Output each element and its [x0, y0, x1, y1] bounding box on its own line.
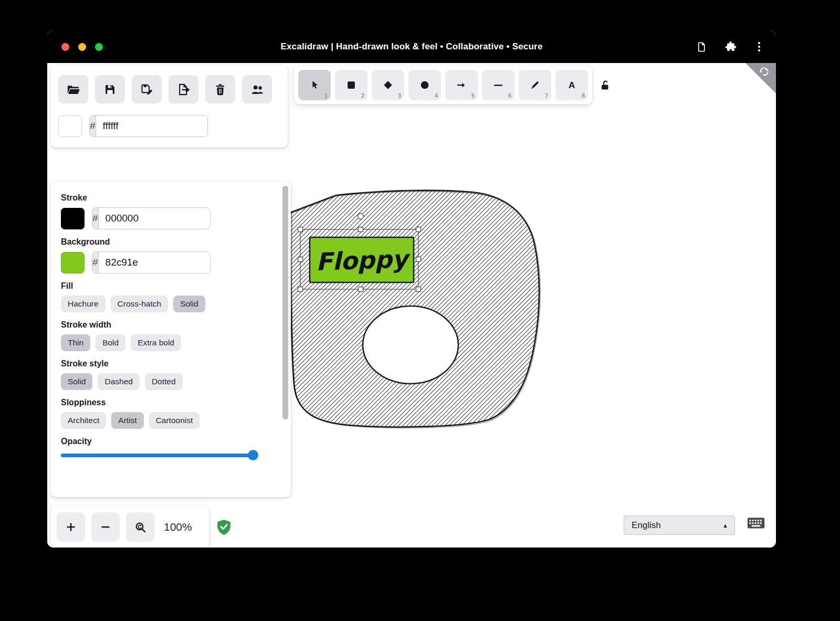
save-icon — [103, 82, 117, 97]
properties-panel: Stroke # Background # Fill Hachure Cros — [50, 182, 291, 497]
opacity-label: Opacity — [61, 437, 280, 446]
panel-scrollbar[interactable] — [282, 186, 288, 419]
zoom-out-button[interactable] — [91, 512, 120, 542]
canvas-background-swatch[interactable] — [58, 115, 82, 137]
collaborators-button[interactable] — [242, 75, 272, 103]
text-tool-icon: A — [566, 79, 578, 91]
stroke-width-bold[interactable]: Bold — [96, 334, 125, 351]
extensions-icon[interactable] — [724, 40, 737, 53]
background-color-swatch[interactable] — [61, 252, 85, 273]
zoom-in-button[interactable] — [57, 512, 85, 542]
window-title: Excalidraw | Hand-drawn look & feel • Co… — [47, 41, 776, 52]
tool-line[interactable]: 6 — [482, 70, 514, 100]
encryption-shield-icon — [216, 519, 232, 536]
tool-shortcut-label: 8 — [582, 92, 585, 99]
rotate-handle[interactable] — [358, 214, 364, 219]
floppy-disk-shape[interactable] — [290, 191, 541, 429]
minus-icon — [99, 521, 112, 533]
maximize-window-button[interactable] — [95, 43, 103, 51]
save-button[interactable] — [95, 75, 125, 103]
zoom-island: 100% — [50, 506, 209, 548]
line-icon — [492, 79, 505, 91]
page-icon[interactable] — [696, 41, 708, 53]
tool-arrow[interactable]: 5 — [445, 70, 478, 100]
tool-diamond[interactable]: 3 — [372, 70, 404, 100]
opacity-slider-thumb[interactable] — [248, 450, 258, 460]
save-as-button[interactable] — [132, 75, 162, 103]
keyboard-shortcuts-icon[interactable] — [747, 515, 765, 531]
stroke-width-label: Stroke width — [61, 320, 280, 330]
tool-shortcut-label: 7 — [545, 92, 548, 99]
stroke-style-dashed[interactable]: Dashed — [98, 373, 139, 390]
sloppiness-artist[interactable]: Artist — [111, 412, 143, 429]
kebab-menu-icon[interactable] — [754, 41, 764, 52]
floppy-label-rectangle[interactable]: Floppy — [310, 237, 414, 282]
background-label: Background — [61, 237, 280, 247]
stroke-width-thin[interactable]: Thin — [61, 334, 90, 351]
minimize-window-button[interactable] — [78, 43, 86, 51]
stroke-label: Stroke — [61, 193, 280, 203]
lock-tool-button[interactable] — [598, 79, 612, 94]
sloppiness-architect[interactable]: Architect — [61, 412, 106, 429]
clear-canvas-button[interactable] — [205, 75, 235, 103]
diamond-icon — [382, 79, 394, 91]
close-window-button[interactable] — [61, 43, 69, 51]
ellipse-icon — [419, 79, 430, 91]
fill-label: Fill — [61, 281, 280, 291]
tool-draw[interactable]: 7 — [519, 70, 551, 100]
tool-shortcut-label: 2 — [361, 92, 364, 99]
rectangle-icon — [345, 79, 357, 91]
sloppiness-cartoonist[interactable]: Cartoonist — [149, 412, 200, 429]
export-button[interactable] — [169, 75, 198, 103]
stroke-width-extra-bold[interactable]: Extra bold — [131, 334, 181, 351]
background-hex-input[interactable] — [99, 252, 211, 273]
collaborators-icon — [250, 82, 265, 97]
zoom-level-label: 100% — [164, 521, 196, 533]
shape-tools-island: 1 2 3 4 — [294, 66, 592, 104]
stroke-hex-group: # — [92, 207, 211, 229]
stroke-hex-input[interactable] — [99, 208, 211, 229]
fill-option-hachure[interactable]: Hachure — [61, 296, 106, 312]
save-as-icon — [140, 82, 154, 97]
tool-text[interactable]: A 8 — [555, 70, 588, 100]
stroke-style-label: Stroke style — [61, 359, 280, 369]
browser-titlebar: Excalidraw | Hand-drawn look & feel • Co… — [47, 30, 776, 63]
chevron-up-icon: ▲ — [722, 522, 728, 529]
canvas-background-hex-input[interactable] — [96, 115, 208, 136]
file-actions-island: # — [50, 66, 288, 148]
tool-shortcut-label: 5 — [471, 92, 475, 99]
reset-zoom-button[interactable] — [126, 512, 154, 542]
tool-ellipse[interactable]: 4 — [408, 70, 441, 100]
opacity-slider[interactable] — [61, 454, 256, 457]
stroke-style-dotted[interactable]: Dotted — [145, 373, 183, 390]
background-hex-group: # — [92, 251, 211, 273]
selection-cursor-icon — [309, 79, 320, 91]
unlock-icon — [598, 79, 612, 92]
language-selected-value: English — [624, 520, 722, 531]
canvas-background-hex-group: # — [89, 115, 208, 137]
tool-rectangle[interactable]: 2 — [335, 70, 368, 100]
svg-text:A: A — [569, 80, 575, 90]
fill-option-solid[interactable]: Solid — [173, 296, 205, 312]
fill-option-cross-hatch[interactable]: Cross-hatch — [111, 296, 169, 312]
excalidraw-canvas-area: Floppy — [47, 63, 776, 548]
stroke-color-swatch[interactable] — [61, 208, 85, 229]
magnifier-reset-icon — [134, 521, 147, 534]
tool-shortcut-label: 6 — [508, 92, 511, 99]
hash-symbol: # — [92, 208, 99, 229]
app-window: Excalidraw | Hand-drawn look & feel • Co… — [47, 30, 776, 548]
floppy-hub-hole[interactable] — [363, 306, 458, 384]
tool-shortcut-label: 3 — [398, 92, 401, 99]
pencil-icon — [529, 79, 541, 91]
trash-icon — [213, 82, 227, 97]
github-corner-ribbon[interactable] — [746, 63, 776, 93]
tool-selection[interactable]: 1 — [298, 70, 331, 100]
open-button[interactable] — [58, 75, 88, 103]
hash-symbol: # — [92, 252, 99, 273]
floppy-label-text[interactable]: Floppy — [316, 245, 411, 276]
tool-shortcut-label: 1 — [324, 92, 328, 99]
plus-icon — [65, 521, 77, 533]
tool-shortcut-label: 4 — [435, 92, 438, 99]
language-select[interactable]: English ▲ — [624, 515, 735, 535]
stroke-style-solid[interactable]: Solid — [61, 373, 92, 390]
